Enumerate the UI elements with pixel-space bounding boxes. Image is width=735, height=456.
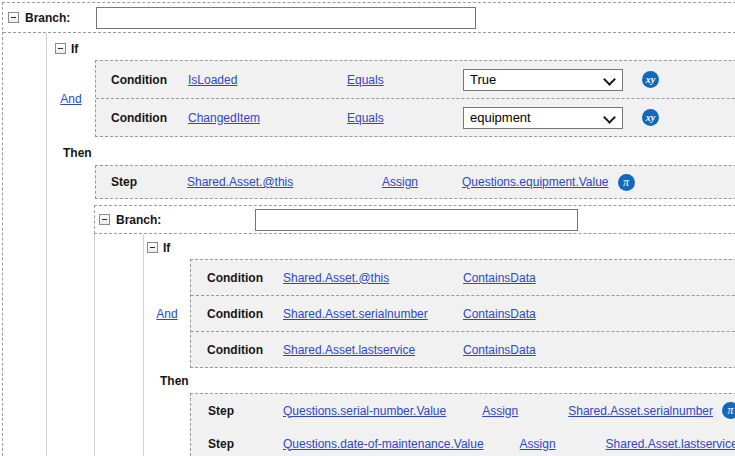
step-target-link[interactable]: Shared.Asset.serialnumber	[568, 404, 713, 418]
condition-operator-link[interactable]: ContainsData	[463, 343, 536, 357]
step-label: Step	[191, 437, 283, 451]
step-row: Step Shared.Asset.@this Assign Questions…	[96, 166, 735, 198]
condition-value-select[interactable]: equipment	[464, 108, 622, 128]
condition-row: Condition Shared.Asset.serialnumber Cont…	[191, 295, 735, 331]
step-operator-link[interactable]: Assign	[382, 175, 418, 189]
condition-value-select-wrap: True	[463, 69, 623, 91]
condition-row: Condition Shared.Asset.lastservice Conta…	[191, 331, 735, 367]
condition-operator-link[interactable]: ContainsData	[463, 307, 536, 321]
step-source-link[interactable]: Questions.serial-number.Value	[283, 404, 446, 418]
condition-operator-link[interactable]: Equals	[347, 73, 384, 87]
condition-operand-link[interactable]: Shared.Asset.lastservice	[283, 343, 415, 357]
step-row: Step Questions.date-of-maintenance.Value…	[191, 427, 735, 456]
condition-value-select[interactable]: True	[464, 70, 622, 90]
condition-operand-link[interactable]: IsLoaded	[188, 73, 237, 87]
branch-name-input[interactable]	[255, 209, 578, 231]
inner-branch-children: If And Condition Shared.Asset.@this Cont	[94, 234, 735, 456]
inner-branch-container: Branch: If And	[94, 205, 735, 456]
outer-branch-children: If And Condition IsLoaded Equals True	[3, 33, 735, 456]
if-row: If	[144, 240, 735, 255]
condition-operand-link[interactable]: Shared.Asset.serialnumber	[283, 307, 428, 321]
branch-name-input[interactable]	[96, 7, 476, 29]
condition-row: Condition Shared.Asset.@this ContainsDat…	[191, 260, 735, 295]
condition-label: Condition	[191, 271, 283, 285]
collapse-icon[interactable]	[147, 242, 158, 253]
outer-branch-container: Branch: If And Condition IsLoaded Equal	[2, 2, 735, 456]
step-row: Step Questions.serial-number.Value Assig…	[191, 394, 735, 427]
branch-label: Branch:	[25, 11, 70, 25]
condition-label: Condition	[191, 307, 283, 321]
steps-box: Step Shared.Asset.@this Assign Questions…	[95, 165, 735, 199]
and-connector-link[interactable]: And	[60, 92, 81, 106]
steps-box: Step Questions.serial-number.Value Assig…	[190, 393, 735, 456]
condition-operand-link[interactable]: Shared.Asset.@this	[283, 271, 389, 285]
outer-branch-header: Branch:	[3, 3, 735, 33]
then-label: Then	[144, 374, 735, 389]
step-operator-link[interactable]: Assign	[482, 404, 518, 418]
condition-operator-link[interactable]: Equals	[347, 111, 384, 125]
and-connector-link[interactable]: And	[156, 307, 177, 321]
connector-cell: And	[47, 60, 95, 137]
condition-operator-link[interactable]: ContainsData	[463, 271, 536, 285]
xy-formula-badge[interactable]: xy	[642, 71, 659, 88]
pi-formula-badge[interactable]: π	[618, 174, 635, 191]
xy-formula-badge[interactable]: xy	[642, 109, 659, 126]
step-label: Step	[191, 404, 283, 418]
collapse-icon[interactable]	[8, 12, 19, 23]
if-label: If	[163, 241, 170, 255]
step-target-link[interactable]: Questions.equipment.Value	[462, 175, 609, 189]
condition-label: Condition	[96, 73, 188, 87]
if-label: If	[71, 42, 78, 56]
condition-operand-link[interactable]: ChangedItem	[188, 111, 260, 125]
condition-label: Condition	[96, 111, 188, 125]
connector-cell: And	[144, 259, 190, 368]
collapse-icon[interactable]	[99, 214, 110, 225]
branch-label: Branch:	[116, 213, 161, 227]
step-target-link[interactable]: Shared.Asset.lastservice	[606, 437, 735, 451]
step-source-link[interactable]: Questions.date-of-maintenance.Value	[283, 437, 484, 451]
collapse-icon[interactable]	[55, 43, 66, 54]
inner-branch-header: Branch:	[94, 205, 735, 234]
indent-guide	[95, 234, 144, 456]
conditions-section: And Condition IsLoaded Equals True	[47, 60, 735, 137]
condition-label: Condition	[191, 343, 283, 357]
step-operator-link[interactable]: Assign	[520, 437, 556, 451]
pi-formula-badge[interactable]: π	[722, 402, 735, 419]
if-row: If	[47, 41, 735, 56]
condition-row: Condition IsLoaded Equals True xy	[96, 61, 735, 98]
condition-row: Condition ChangedItem Equals equipment x…	[96, 98, 735, 136]
indent-guide	[3, 33, 47, 456]
step-label: Step	[96, 175, 187, 189]
conditions-section: And Condition Shared.Asset.@this Contain…	[144, 259, 735, 368]
condition-value-select-wrap: equipment	[463, 107, 623, 129]
then-label: Then	[47, 146, 735, 161]
step-source-link[interactable]: Shared.Asset.@this	[187, 175, 293, 189]
conditions-box: Condition IsLoaded Equals True xy Condit…	[95, 60, 735, 137]
conditions-box: Condition Shared.Asset.@this ContainsDat…	[190, 259, 735, 368]
